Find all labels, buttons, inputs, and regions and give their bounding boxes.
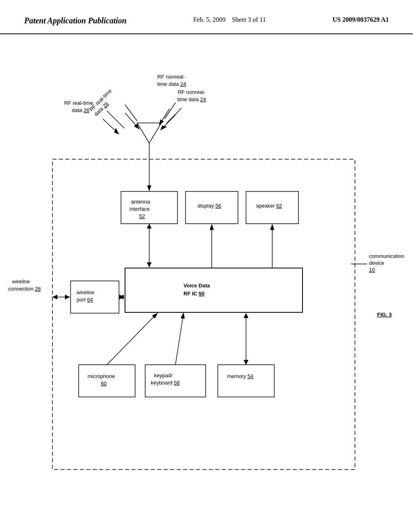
sheet-info: Sheet 3 of 11 (232, 16, 266, 23)
svg-marker-4 (137, 123, 161, 143)
display-label: display 56 (198, 203, 221, 209)
svg-text:interface: interface (129, 206, 150, 212)
patent-number: US 2009/0037629 A1 (332, 16, 389, 23)
svg-marker-50 (161, 125, 167, 130)
svg-rect-16 (125, 268, 302, 312)
svg-text:time data 24: time data 24 (157, 81, 186, 87)
svg-marker-47 (114, 128, 119, 134)
wireline-port-label: wireline (76, 289, 94, 295)
svg-text:data 26: data 26 (72, 107, 89, 113)
wireline-connection-label: wireline (12, 278, 30, 285)
page-header: Patent Application Publication Feb. 5, 2… (0, 0, 413, 34)
svg-line-6 (125, 105, 137, 121)
svg-text:port 64: port 64 (77, 297, 93, 303)
svg-marker-43 (244, 360, 248, 365)
speaker-label: speaker 62 (256, 203, 282, 209)
svg-rect-20 (79, 365, 135, 397)
rf-nonrealtime-label: RF nonreal- (157, 74, 185, 80)
svg-text:connection 28: connection 28 (8, 286, 41, 292)
svg-text:52: 52 (139, 213, 145, 219)
svg-text:device: device (369, 260, 384, 266)
svg-marker-44 (244, 313, 248, 318)
svg-marker-35 (65, 295, 70, 299)
voice-data-rf-ic-label: Voice Data (184, 283, 210, 289)
svg-text:RF IC 50: RF IC 50 (184, 291, 204, 297)
svg-line-40 (107, 313, 157, 365)
figure-label: FIG. 3 (377, 312, 392, 318)
communication-device-label: communication (369, 253, 404, 259)
svg-text:keyboard 58: keyboard 58 (151, 380, 180, 386)
svg-text:RF nonreal-: RF nonreal- (178, 89, 206, 95)
svg-text:RF real-time: RF real-time (64, 100, 93, 106)
microphone-label: microphone (88, 373, 115, 379)
antenna-interface-label: antenna (131, 199, 150, 205)
diagram-area: communication device 10 FIG. 3 RF real-t… (0, 34, 413, 518)
svg-marker-34 (52, 295, 57, 299)
publication-date: Feb. 5, 2009 (193, 16, 225, 23)
svg-marker-30 (147, 262, 152, 267)
publication-title: Patent Application Publication (24, 16, 127, 25)
memory-label: memory 54 (227, 373, 253, 379)
header-date-sheet: Feb. 5, 2009 Sheet 3 of 11 (193, 16, 266, 23)
svg-text:10: 10 (369, 267, 375, 273)
svg-rect-24 (218, 365, 274, 397)
svg-marker-29 (147, 224, 152, 229)
svg-text:time data 24: time data 24 (177, 96, 206, 102)
svg-line-41 (175, 313, 184, 365)
svg-text:60: 60 (101, 380, 106, 387)
keypad-keyboard-label: keypad/ (154, 372, 173, 378)
